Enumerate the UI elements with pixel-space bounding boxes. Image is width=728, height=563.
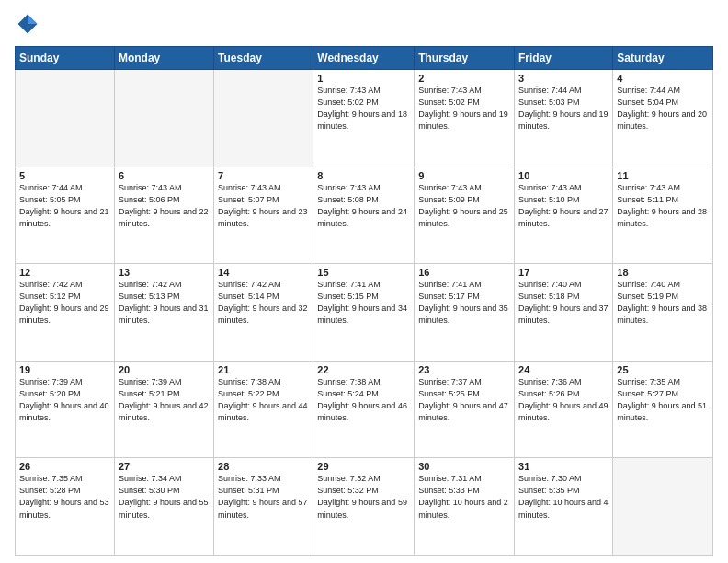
- calendar-cell: 10Sunrise: 7:43 AMSunset: 5:10 PMDayligh…: [515, 167, 613, 264]
- calendar-cell: 13Sunrise: 7:42 AMSunset: 5:13 PMDayligh…: [114, 264, 213, 362]
- calendar-cell: 19Sunrise: 7:39 AMSunset: 5:20 PMDayligh…: [16, 361, 115, 458]
- day-number: 10: [518, 170, 609, 181]
- day-detail: Sunrise: 7:42 AMSunset: 5:13 PMDaylight:…: [119, 279, 210, 327]
- day-number: 31: [518, 461, 609, 472]
- calendar-cell: 5Sunrise: 7:44 AMSunset: 5:05 PMDaylight…: [16, 167, 115, 264]
- day-number: 26: [19, 461, 110, 472]
- calendar-cell: 9Sunrise: 7:43 AMSunset: 5:09 PMDaylight…: [415, 167, 515, 264]
- day-detail: Sunrise: 7:35 AMSunset: 5:27 PMDaylight:…: [617, 376, 709, 424]
- calendar-cell: 21Sunrise: 7:38 AMSunset: 5:22 PMDayligh…: [214, 361, 313, 458]
- day-detail: Sunrise: 7:43 AMSunset: 5:02 PMDaylight:…: [317, 85, 410, 132]
- calendar-cell: 27Sunrise: 7:34 AMSunset: 5:30 PMDayligh…: [114, 458, 213, 556]
- calendar-week-row: 12Sunrise: 7:42 AMSunset: 5:12 PMDayligh…: [16, 264, 713, 362]
- day-number: 23: [418, 364, 510, 375]
- day-number: 2: [418, 73, 510, 84]
- logo-icon: [15, 11, 40, 37]
- day-detail: Sunrise: 7:33 AMSunset: 5:31 PMDaylight:…: [218, 473, 309, 521]
- calendar-cell: 2Sunrise: 7:43 AMSunset: 5:02 PMDaylight…: [415, 70, 515, 167]
- day-detail: Sunrise: 7:43 AMSunset: 5:02 PMDaylight:…: [418, 85, 510, 132]
- day-number: 27: [119, 461, 210, 472]
- calendar-cell: 6Sunrise: 7:43 AMSunset: 5:06 PMDaylight…: [114, 167, 213, 264]
- day-number: 14: [218, 267, 309, 278]
- calendar-body: 1Sunrise: 7:43 AMSunset: 5:02 PMDaylight…: [16, 70, 713, 556]
- calendar-cell: 31Sunrise: 7:30 AMSunset: 5:35 PMDayligh…: [515, 458, 613, 556]
- day-number: 28: [218, 461, 309, 472]
- day-number: 22: [317, 364, 410, 375]
- day-number: 15: [317, 267, 410, 278]
- calendar-cell: 22Sunrise: 7:38 AMSunset: 5:24 PMDayligh…: [313, 361, 415, 458]
- day-number: 8: [317, 170, 410, 181]
- day-detail: Sunrise: 7:43 AMSunset: 5:09 PMDaylight:…: [418, 182, 510, 230]
- weekday-header: Tuesday: [214, 47, 313, 70]
- calendar-cell: 28Sunrise: 7:33 AMSunset: 5:31 PMDayligh…: [214, 458, 313, 556]
- weekday-header: Saturday: [613, 47, 713, 70]
- calendar-cell: 15Sunrise: 7:41 AMSunset: 5:15 PMDayligh…: [313, 264, 415, 362]
- calendar-cell: 8Sunrise: 7:43 AMSunset: 5:08 PMDaylight…: [313, 167, 415, 264]
- day-number: 13: [119, 267, 210, 278]
- day-detail: Sunrise: 7:32 AMSunset: 5:32 PMDaylight:…: [317, 473, 410, 521]
- day-number: 30: [418, 461, 510, 472]
- weekday-header: Thursday: [415, 47, 515, 70]
- weekday-header: Friday: [515, 47, 613, 70]
- calendar-header: SundayMondayTuesdayWednesdayThursdayFrid…: [16, 47, 713, 70]
- calendar-cell: [16, 70, 115, 167]
- day-number: 29: [317, 461, 410, 472]
- calendar-week-row: 19Sunrise: 7:39 AMSunset: 5:20 PMDayligh…: [16, 361, 713, 458]
- day-detail: Sunrise: 7:39 AMSunset: 5:20 PMDaylight:…: [19, 376, 110, 424]
- calendar-cell: 12Sunrise: 7:42 AMSunset: 5:12 PMDayligh…: [16, 264, 115, 362]
- day-detail: Sunrise: 7:36 AMSunset: 5:26 PMDaylight:…: [518, 376, 609, 424]
- day-detail: Sunrise: 7:44 AMSunset: 5:05 PMDaylight:…: [19, 182, 110, 230]
- day-number: 9: [418, 170, 510, 181]
- day-detail: Sunrise: 7:42 AMSunset: 5:14 PMDaylight:…: [218, 279, 309, 327]
- day-detail: Sunrise: 7:43 AMSunset: 5:10 PMDaylight:…: [518, 182, 609, 230]
- day-number: 6: [119, 170, 210, 181]
- day-number: 12: [19, 267, 110, 278]
- calendar-cell: 26Sunrise: 7:35 AMSunset: 5:28 PMDayligh…: [16, 458, 115, 556]
- header: [15, 11, 713, 37]
- weekday-header: Wednesday: [313, 47, 415, 70]
- day-number: 17: [518, 267, 609, 278]
- logo: [15, 11, 44, 37]
- day-detail: Sunrise: 7:43 AMSunset: 5:08 PMDaylight:…: [317, 182, 410, 230]
- day-detail: Sunrise: 7:30 AMSunset: 5:35 PMDaylight:…: [518, 473, 609, 521]
- day-detail: Sunrise: 7:44 AMSunset: 5:04 PMDaylight:…: [617, 85, 709, 132]
- day-detail: Sunrise: 7:37 AMSunset: 5:25 PMDaylight:…: [418, 376, 510, 424]
- day-detail: Sunrise: 7:34 AMSunset: 5:30 PMDaylight:…: [119, 473, 210, 521]
- calendar-cell: 1Sunrise: 7:43 AMSunset: 5:02 PMDaylight…: [313, 70, 415, 167]
- weekday-header: Monday: [114, 47, 213, 70]
- day-detail: Sunrise: 7:39 AMSunset: 5:21 PMDaylight:…: [119, 376, 210, 424]
- day-detail: Sunrise: 7:43 AMSunset: 5:11 PMDaylight:…: [617, 182, 709, 230]
- day-number: 24: [518, 364, 609, 375]
- calendar-cell: 24Sunrise: 7:36 AMSunset: 5:26 PMDayligh…: [515, 361, 613, 458]
- calendar-cell: 17Sunrise: 7:40 AMSunset: 5:18 PMDayligh…: [515, 264, 613, 362]
- calendar-table: SundayMondayTuesdayWednesdayThursdayFrid…: [15, 46, 713, 556]
- day-detail: Sunrise: 7:40 AMSunset: 5:18 PMDaylight:…: [518, 279, 609, 327]
- calendar-cell: [214, 70, 313, 167]
- day-detail: Sunrise: 7:31 AMSunset: 5:33 PMDaylight:…: [418, 473, 510, 521]
- calendar-cell: 7Sunrise: 7:43 AMSunset: 5:07 PMDaylight…: [214, 167, 313, 264]
- calendar-cell: 16Sunrise: 7:41 AMSunset: 5:17 PMDayligh…: [415, 264, 515, 362]
- calendar-cell: 4Sunrise: 7:44 AMSunset: 5:04 PMDaylight…: [613, 70, 713, 167]
- calendar-cell: 3Sunrise: 7:44 AMSunset: 5:03 PMDaylight…: [515, 70, 613, 167]
- calendar-cell: 20Sunrise: 7:39 AMSunset: 5:21 PMDayligh…: [114, 361, 213, 458]
- day-number: 21: [218, 364, 309, 375]
- day-detail: Sunrise: 7:43 AMSunset: 5:06 PMDaylight:…: [119, 182, 210, 230]
- day-detail: Sunrise: 7:35 AMSunset: 5:28 PMDaylight:…: [19, 473, 110, 521]
- day-number: 20: [119, 364, 210, 375]
- page: SundayMondayTuesdayWednesdayThursdayFrid…: [0, 0, 728, 563]
- day-detail: Sunrise: 7:40 AMSunset: 5:19 PMDaylight:…: [617, 279, 709, 327]
- day-number: 3: [518, 73, 609, 84]
- calendar-cell: 23Sunrise: 7:37 AMSunset: 5:25 PMDayligh…: [415, 361, 515, 458]
- calendar-cell: 11Sunrise: 7:43 AMSunset: 5:11 PMDayligh…: [613, 167, 713, 264]
- day-detail: Sunrise: 7:38 AMSunset: 5:24 PMDaylight:…: [317, 376, 410, 424]
- day-number: 18: [617, 267, 709, 278]
- day-number: 19: [19, 364, 110, 375]
- calendar-week-row: 5Sunrise: 7:44 AMSunset: 5:05 PMDaylight…: [16, 167, 713, 264]
- calendar-cell: 25Sunrise: 7:35 AMSunset: 5:27 PMDayligh…: [613, 361, 713, 458]
- day-number: 1: [317, 73, 410, 84]
- day-number: 11: [617, 170, 709, 181]
- day-number: 4: [617, 73, 709, 84]
- svg-marker-1: [28, 15, 38, 25]
- day-number: 7: [218, 170, 309, 181]
- day-number: 5: [19, 170, 110, 181]
